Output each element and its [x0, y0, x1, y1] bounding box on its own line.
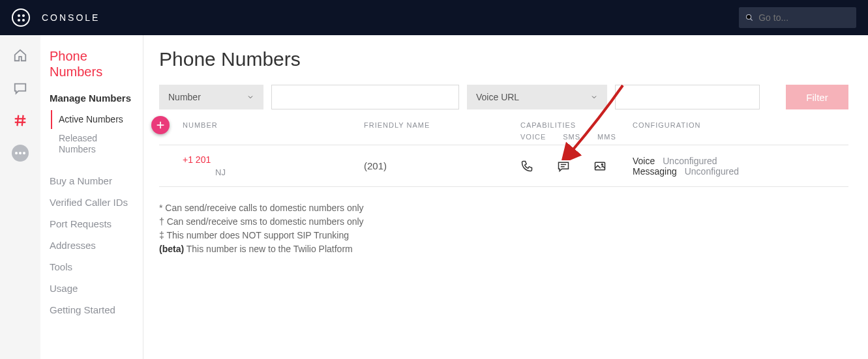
- filter-bar: Number Voice URL Filter: [159, 85, 848, 109]
- column-sub-voice: VOICE: [520, 133, 546, 141]
- icon-rail: [0, 35, 40, 359]
- sidebar-item-buy[interactable]: Buy a Number: [50, 170, 136, 192]
- global-search-input[interactable]: [758, 12, 850, 23]
- sidebar-active-numbers[interactable]: Active Numbers: [51, 110, 136, 129]
- filter-field-select-voice-url[interactable]: Voice URL: [467, 85, 607, 109]
- number-region: NJ: [215, 167, 364, 177]
- svg-point-11: [601, 164, 603, 165]
- column-header-friendly: FRIENDLY NAME: [364, 121, 520, 129]
- number-row[interactable]: +1 201 NJ (201) Voice Unconfigured Messa…: [159, 145, 848, 187]
- top-navbar: CONSOLE: [0, 0, 868, 35]
- home-icon[interactable]: [12, 47, 29, 64]
- filter-field-select-number[interactable]: Number: [159, 85, 263, 109]
- sidebar-manage-numbers[interactable]: Manage Numbers: [50, 93, 136, 104]
- svg-line-1: [751, 19, 753, 21]
- footnote-calls: * Can send/receive calls to domestic num…: [159, 201, 848, 215]
- more-products-icon[interactable]: [12, 145, 29, 162]
- svg-point-0: [747, 14, 751, 19]
- sidebar-item-port[interactable]: Port Requests: [50, 213, 136, 235]
- filter-input-number[interactable]: [271, 85, 459, 109]
- number-link[interactable]: +1 201: [183, 154, 364, 165]
- page-title: Phone Numbers: [159, 48, 848, 70]
- table-header-row: NUMBER FRIENDLY NAME CAPABILITIES CONFIG…: [159, 113, 848, 133]
- footnotes: * Can send/receive calls to domestic num…: [159, 201, 848, 256]
- sidebar: Phone Numbers Manage Numbers Active Numb…: [40, 35, 143, 359]
- messaging-icon[interactable]: [12, 79, 29, 96]
- column-header-configuration: CONFIGURATION: [633, 121, 848, 129]
- sidebar-item-tools[interactable]: Tools: [50, 256, 136, 278]
- sidebar-item-getting-started[interactable]: Getting Started: [50, 299, 136, 321]
- sidebar-item-addresses[interactable]: Addresses: [50, 235, 136, 256]
- config-messaging-label: Messaging: [633, 166, 677, 177]
- column-header-number: NUMBER: [183, 121, 364, 129]
- column-sub-mms: MMS: [597, 133, 616, 141]
- phone-numbers-icon[interactable]: [12, 112, 29, 129]
- footnote-sms: † Can send/receive sms to domestic numbe…: [159, 215, 848, 229]
- config-messaging-value: Unconfigured: [685, 166, 739, 177]
- filter-button[interactable]: Filter: [786, 85, 848, 109]
- chevron-down-icon: [247, 93, 254, 101]
- voice-capability-icon: [520, 160, 533, 173]
- console-label: CONSOLE: [42, 12, 100, 23]
- svg-line-3: [22, 115, 23, 126]
- sidebar-title: Phone Numbers: [50, 48, 136, 79]
- footnote-beta: (beta) This number is new to the Twilio …: [159, 242, 848, 256]
- mms-capability-icon: [593, 160, 606, 173]
- config-voice-label: Voice: [633, 156, 655, 166]
- sidebar-item-verified[interactable]: Verified Caller IDs: [50, 192, 136, 213]
- filter-field-label: Voice URL: [476, 92, 519, 102]
- svg-line-2: [17, 115, 18, 126]
- main-content: Phone Numbers Number Voice URL Filter NU…: [143, 35, 868, 359]
- svg-rect-10: [595, 162, 605, 170]
- column-header-capabilities: CAPABILITIES: [520, 121, 633, 129]
- sms-capability-icon: [557, 160, 570, 173]
- config-voice-value: Unconfigured: [663, 156, 717, 166]
- sidebar-item-usage[interactable]: Usage: [50, 278, 136, 299]
- filter-field-label: Number: [168, 92, 201, 102]
- filter-input-voice-url[interactable]: [615, 85, 760, 109]
- footnote-sip: ‡ This number does NOT support SIP Trunk…: [159, 229, 848, 242]
- search-icon: [745, 13, 753, 22]
- column-sub-sms: SMS: [563, 133, 580, 141]
- plus-icon: [155, 120, 166, 130]
- table-subheader-row: VOICE SMS MMS: [159, 133, 848, 145]
- add-number-button[interactable]: [151, 116, 170, 134]
- friendly-name: (201): [364, 160, 520, 171]
- chevron-down-icon: [590, 93, 598, 101]
- twilio-logo-icon[interactable]: [12, 8, 30, 27]
- sidebar-released-numbers[interactable]: Released Numbers: [52, 129, 136, 159]
- global-search[interactable]: [739, 7, 856, 28]
